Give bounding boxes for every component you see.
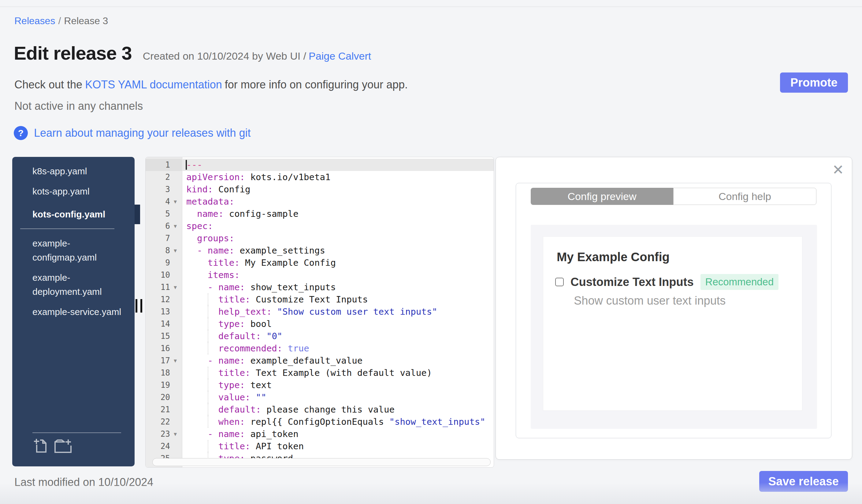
yaml-code-editor[interactable]: 1---2apiVersion: kots.io/v1beta13kind: C… bbox=[145, 157, 494, 468]
gutter-cell: 20 bbox=[146, 391, 182, 403]
fold-arrow-icon[interactable]: ▾ bbox=[170, 355, 181, 367]
fold-spacer bbox=[170, 416, 181, 428]
code-text[interactable]: items: bbox=[182, 269, 494, 281]
fold-arrow-icon[interactable]: ▾ bbox=[170, 428, 181, 440]
preview-tabs: Config preview Config help bbox=[531, 188, 817, 205]
new-folder-button[interactable] bbox=[54, 439, 71, 454]
code-line-14[interactable]: 14 type: bool bbox=[146, 318, 494, 330]
code-text[interactable]: title: API token bbox=[182, 440, 494, 452]
code-text[interactable]: - name: example_settings bbox=[182, 244, 494, 256]
code-text[interactable]: title: Customize Text Inputs bbox=[182, 293, 494, 306]
code-text[interactable]: - name: api_token bbox=[182, 428, 494, 440]
code-text[interactable]: kind: Config bbox=[182, 183, 494, 196]
fold-arrow-icon[interactable]: ▾ bbox=[170, 281, 181, 293]
code-line-2[interactable]: 2apiVersion: kots.io/v1beta1 bbox=[146, 171, 494, 183]
file-item-example-service.yaml[interactable]: example-service.yaml bbox=[32, 305, 128, 319]
code-text[interactable]: when: repl{{ ConfigOptionEquals "show_te… bbox=[182, 416, 494, 428]
code-text[interactable]: - name: show_text_inputs bbox=[182, 281, 494, 293]
code-text[interactable]: metadata: bbox=[182, 196, 494, 208]
code-text[interactable]: title: Text Example (with default value) bbox=[182, 367, 494, 379]
code-text[interactable]: spec: bbox=[182, 220, 494, 232]
code-line-20[interactable]: 20 value: "" bbox=[146, 391, 494, 403]
config-item-row: Customize Text Inputs Recommended bbox=[555, 274, 779, 290]
panel-resize-handle-left[interactable] bbox=[135, 299, 143, 313]
customize-text-inputs-checkbox[interactable] bbox=[555, 278, 564, 286]
token-key: title: bbox=[218, 441, 250, 451]
kots-docs-link[interactable]: KOTS YAML documentation bbox=[85, 78, 222, 91]
code-line-17[interactable]: 17▾ - name: example_default_value bbox=[146, 355, 494, 367]
code-line-8[interactable]: 8▾ - name: example_settings bbox=[146, 244, 494, 256]
sidebar-footer bbox=[20, 433, 128, 454]
code-line-21[interactable]: 21 default: please change this value bbox=[146, 403, 494, 416]
token-pln: repl{{ ConfigOptionEquals bbox=[245, 416, 389, 427]
token-pln bbox=[186, 429, 208, 439]
close-icon[interactable]: ✕ bbox=[832, 161, 844, 178]
gutter-cell: 2 bbox=[146, 171, 182, 183]
fold-spacer bbox=[170, 318, 181, 330]
code-text[interactable]: title: My Example Config bbox=[182, 256, 494, 269]
code-text[interactable]: type: text bbox=[182, 379, 494, 391]
code-text[interactable]: default: "0" bbox=[182, 330, 494, 342]
fold-arrow-icon[interactable]: ▾ bbox=[170, 244, 181, 256]
code-text[interactable]: type: bool bbox=[182, 318, 494, 330]
git-help-link[interactable]: Learn about managing your releases with … bbox=[34, 127, 250, 140]
code-line-9[interactable]: 9 title: My Example Config bbox=[146, 256, 494, 269]
file-item-k8s-app.yaml[interactable]: k8s-app.yaml bbox=[32, 164, 128, 178]
code-text[interactable]: groups: bbox=[182, 232, 494, 244]
code-line-22[interactable]: 22 when: repl{{ ConfigOptionEquals "show… bbox=[146, 416, 494, 428]
fold-arrow-icon[interactable]: ▾ bbox=[170, 196, 181, 208]
code-line-19[interactable]: 19 type: text bbox=[146, 379, 494, 391]
fold-spacer bbox=[170, 232, 181, 244]
code-line-24[interactable]: 24 title: API token bbox=[146, 440, 494, 452]
file-item-example-deployment.yaml[interactable]: example-deployment.yaml bbox=[32, 271, 128, 299]
code-text[interactable]: apiVersion: kots.io/v1beta1 bbox=[182, 171, 494, 183]
author-link[interactable]: Paige Calvert bbox=[309, 50, 371, 62]
code-line-15[interactable]: 15 default: "0" bbox=[146, 330, 494, 342]
code-text[interactable]: help_text: "Show custom user text inputs… bbox=[182, 306, 494, 318]
code-text[interactable]: --- bbox=[182, 159, 494, 171]
promote-button[interactable]: Promote bbox=[780, 72, 848, 93]
token-pln: text bbox=[245, 380, 272, 390]
question-circle-icon: ? bbox=[14, 126, 28, 140]
code-line-3[interactable]: 3kind: Config bbox=[146, 183, 494, 196]
code-line-18[interactable]: 18 title: Text Example (with default val… bbox=[146, 367, 494, 379]
token-pln bbox=[186, 233, 197, 243]
token-hr: --- bbox=[186, 160, 202, 170]
code-text[interactable]: recommended: true bbox=[182, 342, 494, 355]
code-line-7[interactable]: 7 groups: bbox=[146, 232, 494, 244]
code-line-13[interactable]: 13 help_text: "Show custom user text inp… bbox=[146, 306, 494, 318]
line-number: 18 bbox=[146, 367, 170, 379]
file-item-example-configmap.yaml[interactable]: example-configmap.yaml bbox=[32, 236, 128, 265]
breadcrumb-releases-link[interactable]: Releases bbox=[14, 15, 55, 26]
tab-config-help[interactable]: Config help bbox=[673, 188, 817, 205]
indent-guide bbox=[208, 342, 208, 355]
code-line-23[interactable]: 23▾ - name: api_token bbox=[146, 428, 494, 440]
line-number: 5 bbox=[146, 208, 170, 220]
code-line-16[interactable]: 16 recommended: true bbox=[146, 342, 494, 355]
new-file-button[interactable] bbox=[34, 439, 47, 454]
code-line-1[interactable]: 1--- bbox=[146, 159, 494, 171]
gutter-cell: 1 bbox=[146, 159, 182, 171]
code-line-5[interactable]: 5 name: config-sample bbox=[146, 208, 494, 220]
token-key: items: bbox=[208, 270, 240, 280]
top-divider bbox=[0, 6, 862, 7]
code-text[interactable]: value: "" bbox=[182, 391, 494, 403]
tab-config-preview[interactable]: Config preview bbox=[531, 188, 673, 205]
code-text[interactable]: name: config-sample bbox=[182, 208, 494, 220]
code-line-4[interactable]: 4▾metadata: bbox=[146, 196, 494, 208]
fold-arrow-icon[interactable]: ▾ bbox=[170, 220, 181, 232]
code-line-11[interactable]: 11▾ - name: show_text_inputs bbox=[146, 281, 494, 293]
code-line-12[interactable]: 12 title: Customize Text Inputs bbox=[146, 293, 494, 306]
gutter-cell: 3 bbox=[146, 183, 182, 196]
horizontal-scrollbar[interactable] bbox=[152, 458, 491, 466]
fold-spacer bbox=[170, 171, 181, 183]
code-text[interactable]: default: please change this value bbox=[182, 403, 494, 416]
token-key: value: bbox=[218, 392, 250, 402]
code-line-10[interactable]: 10 items: bbox=[146, 269, 494, 281]
code-text[interactable]: - name: example_default_value bbox=[182, 355, 494, 367]
config-item-help-text: Show custom user text inputs bbox=[574, 294, 726, 307]
code-line-6[interactable]: 6▾spec: bbox=[146, 220, 494, 232]
file-item-kots-config.yaml[interactable]: kots-config.yaml bbox=[32, 204, 128, 224]
gutter-cell: 15 bbox=[146, 330, 182, 342]
file-item-kots-app.yaml[interactable]: kots-app.yaml bbox=[32, 184, 128, 198]
